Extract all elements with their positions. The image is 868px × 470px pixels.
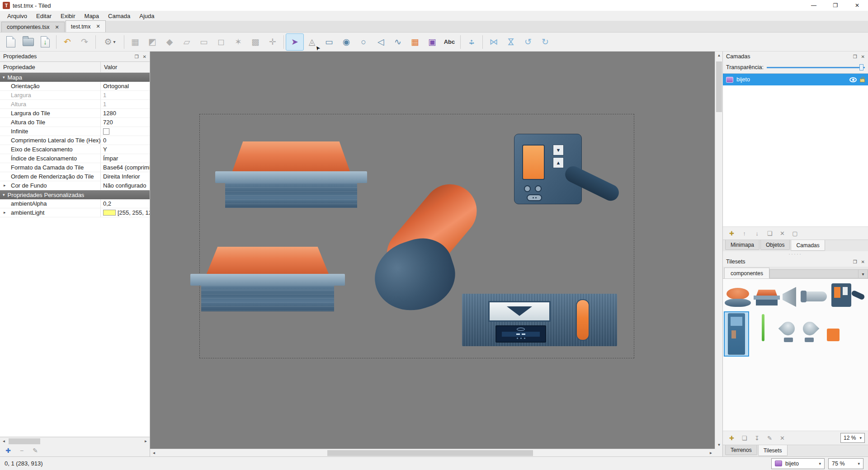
- rectangular-select-tool[interactable]: ◻: [212, 34, 230, 50]
- restore-button[interactable]: ❐: [825, 0, 846, 11]
- insert-template-tool[interactable]: ▣: [424, 34, 441, 50]
- magic-wand-tool[interactable]: ✶: [230, 34, 247, 50]
- tileset-tile-tube-horizontal[interactable]: [801, 291, 827, 301]
- move-tool[interactable]: ↔ ↕: [463, 34, 480, 50]
- stamp-brush-tool[interactable]: ▦: [127, 34, 144, 50]
- property-group-mapa[interactable]: ▾ Mapa: [0, 73, 150, 82]
- art-console-panel[interactable]: [462, 294, 617, 346]
- property-row-eixo-escalonamento[interactable]: Eixo de Escalonamento Y: [0, 145, 150, 154]
- art-platform-bottom-left[interactable]: [190, 247, 345, 311]
- property-row-largura-do-tile[interactable]: Largura do Tile 1280: [0, 109, 150, 118]
- tileset-tile-cone-left[interactable]: [779, 320, 798, 342]
- remove-layer-button[interactable]: ✕: [777, 228, 788, 239]
- menu-arquivo[interactable]: Arquivo: [3, 12, 32, 20]
- tab-componentes-tsx[interactable]: componentes.tsx ✕: [1, 22, 65, 32]
- raise-layer-button[interactable]: ↑: [739, 228, 750, 239]
- float-panel-icon[interactable]: ❐: [853, 54, 857, 59]
- property-row-infinite[interactable]: Infinite: [0, 127, 150, 136]
- float-panel-icon[interactable]: ❐: [135, 54, 139, 59]
- select-same-tile-tool[interactable]: ▩: [247, 34, 264, 50]
- remove-property-button[interactable]: −: [16, 446, 27, 456]
- property-row-ordem-renderizacao[interactable]: Ordem de Renderização do Tile Direita In…: [0, 172, 150, 181]
- rotate-left-button[interactable]: ↺: [519, 34, 537, 50]
- scrollbar-thumb[interactable]: [9, 438, 40, 444]
- new-tileset-button[interactable]: ✚: [726, 432, 737, 443]
- expand-icon[interactable]: ▸: [4, 210, 6, 215]
- close-button[interactable]: ✕: [846, 0, 868, 11]
- offset-map-tool[interactable]: ✛: [264, 34, 281, 50]
- add-property-button[interactable]: ✚: [3, 446, 14, 456]
- property-row-altura-do-tile[interactable]: Altura do Tile 720: [0, 118, 150, 127]
- float-panel-icon[interactable]: ❐: [853, 259, 857, 264]
- highlight-layer-button[interactable]: ▢: [789, 228, 801, 239]
- dock-tab-camadas[interactable]: Camadas: [791, 240, 825, 251]
- undo-button[interactable]: ↶: [59, 34, 76, 50]
- property-row-formato-camada[interactable]: Formato da Camada do Tile Base64 (compri…: [0, 163, 150, 172]
- menu-editar[interactable]: Editar: [32, 12, 56, 20]
- commands-dropdown-button[interactable]: ⚙ ▾: [98, 34, 122, 50]
- property-group-personalizadas[interactable]: ▾ Propriedades Personalizadas: [0, 190, 150, 199]
- flip-vertical-button[interactable]: ⋈: [502, 34, 519, 50]
- insert-point-tool[interactable]: ◉: [338, 34, 355, 50]
- edit-polygons-tool[interactable]: ◬: [303, 34, 321, 50]
- map-canvas[interactable]: ▼ ▲: [150, 52, 722, 456]
- slider-handle[interactable]: [859, 64, 863, 70]
- bucket-fill-tool[interactable]: ◆: [161, 34, 178, 50]
- flip-horizontal-button[interactable]: ⋈: [485, 34, 502, 50]
- close-panel-icon[interactable]: ✕: [861, 54, 865, 59]
- scroll-right-arrow[interactable]: [142, 437, 150, 445]
- tileset-tile-green-beam[interactable]: [762, 314, 764, 341]
- property-row-ambientalpha[interactable]: ambientAlpha 0,2: [0, 199, 150, 208]
- art-tube[interactable]: [377, 179, 482, 313]
- canvas-horizontal-scrollbar[interactable]: [150, 449, 715, 456]
- insert-polygon-tool[interactable]: ◁: [372, 34, 389, 50]
- insert-ellipse-tool[interactable]: ○: [355, 34, 372, 50]
- lock-icon[interactable]: [860, 79, 865, 82]
- tileset-view[interactable]: [723, 278, 868, 431]
- visibility-eye-icon[interactable]: [849, 77, 857, 82]
- property-row-ambientlight[interactable]: ▸ambientLight [255, 255, 127] (: [0, 208, 150, 217]
- canvas-vertical-scrollbar[interactable]: [715, 52, 722, 449]
- edit-property-button[interactable]: ✎: [30, 446, 41, 456]
- scroll-left-arrow[interactable]: [150, 449, 158, 456]
- terrain-brush-tool[interactable]: ◩: [144, 34, 161, 50]
- rotate-right-button[interactable]: ↻: [537, 34, 554, 50]
- dock-tab-tilesets[interactable]: Tilesets: [758, 445, 788, 456]
- menu-ajuda[interactable]: Ajuda: [135, 12, 159, 20]
- insert-text-tool[interactable]: Abc: [441, 34, 458, 50]
- new-layer-button[interactable]: ✚: [726, 228, 737, 239]
- scroll-right-arrow[interactable]: [707, 449, 715, 456]
- lower-layer-button[interactable]: ↓: [751, 228, 763, 239]
- expand-icon[interactable]: ▸: [4, 183, 6, 188]
- insert-tile-tool[interactable]: ▦: [406, 34, 424, 50]
- scroll-left-arrow[interactable]: [0, 437, 8, 445]
- art-platform-top-left[interactable]: [215, 141, 367, 208]
- tileset-tile-platform-dome[interactable]: [725, 287, 751, 307]
- tileset-tile-speaker[interactable]: [783, 287, 796, 307]
- edit-tileset-button[interactable]: ✎: [764, 432, 775, 443]
- art-control-device[interactable]: ▼ ▲: [514, 131, 622, 207]
- insert-polyline-tool[interactable]: ∿: [389, 34, 406, 50]
- infinite-checkbox[interactable]: [103, 128, 109, 135]
- close-panel-icon[interactable]: ✕: [861, 259, 865, 264]
- dock-splitter-handle[interactable]: [723, 251, 868, 257]
- minimize-button[interactable]: —: [803, 0, 825, 11]
- duplicate-layer-button[interactable]: ❏: [764, 228, 775, 239]
- property-row-comprimento-lateral[interactable]: Comprimento Lateral do Tile (Hex) 0: [0, 136, 150, 145]
- remove-tileset-button[interactable]: ✕: [777, 432, 788, 443]
- tab-close-icon[interactable]: ✕: [55, 24, 59, 30]
- zoom-select[interactable]: 75 % ▾: [828, 458, 863, 469]
- tab-test-tmx[interactable]: test.tmx ✕: [66, 20, 106, 32]
- menu-camada[interactable]: Camada: [104, 12, 135, 20]
- save-button[interactable]: ↓: [37, 34, 54, 50]
- tab-close-icon[interactable]: ✕: [96, 24, 100, 29]
- tileset-zoom-select[interactable]: 12 % ▾: [840, 433, 865, 443]
- layer-row-bijeto[interactable]: bijeto: [723, 74, 868, 85]
- dock-tab-terrenos[interactable]: Terrenos: [725, 445, 757, 455]
- property-row-altura[interactable]: Altura 1: [0, 100, 150, 109]
- redo-button[interactable]: ↷: [76, 34, 93, 50]
- export-tileset-button[interactable]: ↧: [751, 432, 763, 443]
- new-file-button[interactable]: [2, 34, 19, 50]
- close-panel-icon[interactable]: ✕: [143, 54, 146, 59]
- tileset-tab-dropdown[interactable]: ▾: [858, 269, 868, 278]
